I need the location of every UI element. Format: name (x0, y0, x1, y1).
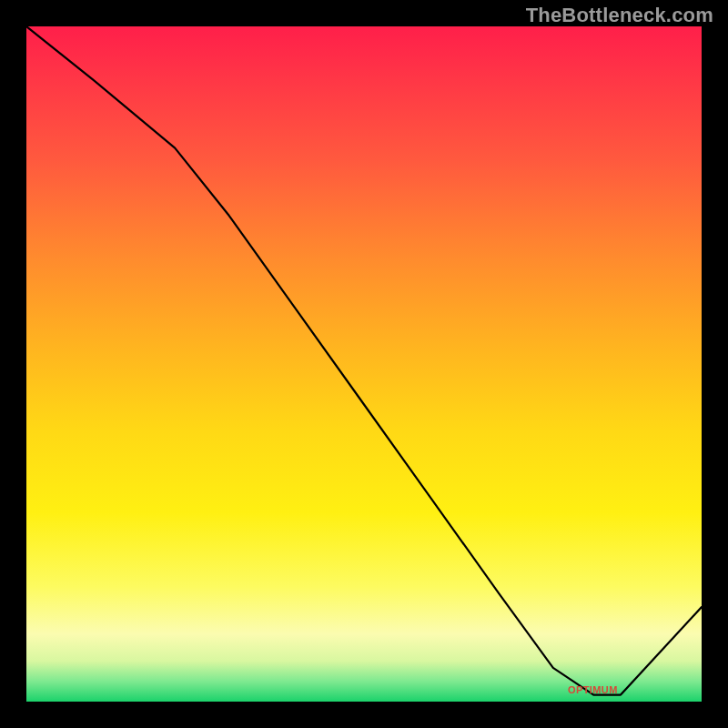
optimum-region-label: OPTIMUM (568, 684, 618, 695)
watermark-text: TheBottleneck.com (526, 4, 713, 27)
plot-gradient-bg (26, 26, 702, 702)
plot-frame: OPTIMUM (26, 26, 702, 702)
chart-root: { "watermark": "TheBottleneck.com", "reg… (0, 0, 728, 728)
